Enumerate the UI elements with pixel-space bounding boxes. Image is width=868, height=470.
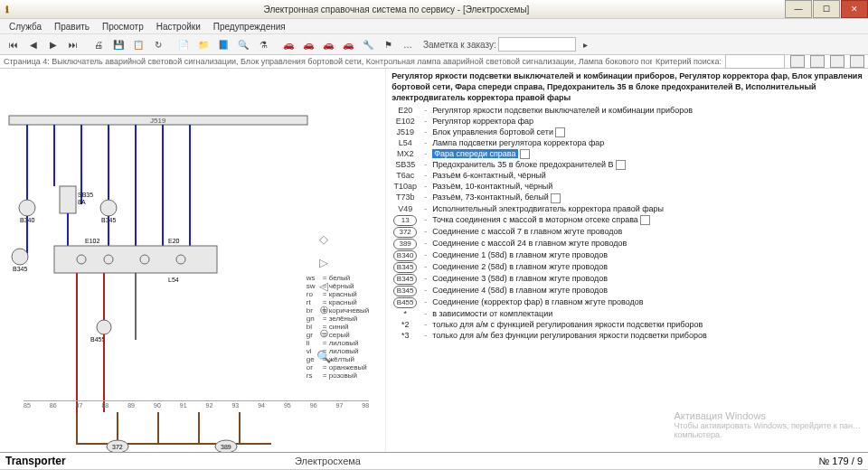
svg-text:B345: B345 [13, 266, 27, 272]
legend-header: Регулятор яркости подсветки выключателей… [392, 70, 863, 103]
svg-text:8A: 8A [78, 199, 86, 205]
legend-row[interactable]: T73b-Разъём, 73-контактный, белый [392, 192, 863, 202]
filter-icon[interactable]: ⚗ [253, 35, 273, 53]
svg-text:B455: B455 [90, 336, 105, 343]
diagram-svg: J519 SB358A B340 B345 B345 E102E20 L54 B… [0, 69, 391, 452]
legend-row[interactable]: B345-Соединение 3 (58d) в главном жгуте … [392, 273, 863, 285]
legend-row[interactable]: *-в зависимости от комплектации [392, 308, 863, 319]
car-blue-icon[interactable]: 🚗 [318, 35, 338, 53]
search-opt3-button[interactable] [830, 55, 844, 68]
toolbar: ⏮ ◀ ▶ ⏭ 🖨 💾 📋 ↻ 📄 📁 📘 🔍 ⚗ 🚗 🚗 🚗 🚗 🔧 ⚑ … … [0, 34, 868, 55]
search-label: Критерий поиска: [656, 57, 722, 66]
svg-text:389: 389 [221, 444, 231, 450]
legend-panel: Регулятор яркости подсветки выключателей… [386, 69, 868, 452]
save-icon[interactable]: 💾 [108, 35, 128, 53]
svg-point-7 [100, 200, 117, 216]
search-opt1-button[interactable] [790, 55, 805, 68]
search-opt4-button[interactable] [850, 55, 864, 68]
svg-point-19 [97, 320, 111, 334]
car-green-icon[interactable]: 🚗 [298, 35, 318, 53]
legend-row[interactable]: *2-только для а/м с функцией регулирован… [392, 319, 863, 330]
doc-icon[interactable]: 📄 [174, 35, 193, 53]
close-button[interactable]: ✕ [841, 0, 868, 18]
svg-text:E102: E102 [85, 238, 99, 244]
wrench-icon[interactable]: 🔧 [358, 35, 378, 53]
nav-last-icon[interactable]: ⏭ [63, 35, 83, 53]
book-icon[interactable]: 📘 [213, 35, 233, 53]
minimize-button[interactable]: — [785, 0, 812, 18]
legend-row[interactable]: MX2-Фара спереди справа [392, 148, 863, 159]
more-icon[interactable]: … [398, 35, 418, 53]
legend-row[interactable]: 372-Соединение с массой 7 в главном жгут… [392, 226, 863, 238]
menu-service[interactable]: Служба [4, 21, 47, 33]
legend-row[interactable]: SB35-Предохранитель 35 в блоке предохран… [392, 159, 863, 170]
menu-edit[interactable]: Править [49, 21, 95, 33]
svg-text:SB35: SB35 [78, 192, 93, 198]
wiring-diagram[interactable]: J519 SB358A B340 B345 B345 E102E20 L54 B… [0, 69, 386, 452]
legend-row[interactable]: T6ac-Разъём 6-контактный, чёрный [392, 170, 863, 181]
flag-icon[interactable]: ⚑ [378, 35, 398, 53]
legend-row[interactable]: E102-Регулятор корректора фар [392, 116, 863, 127]
copy-icon[interactable]: 📋 [128, 35, 148, 53]
search-input[interactable] [725, 54, 785, 69]
pan-right-icon[interactable]: ▷ [316, 255, 331, 269]
diagram-ruler: 8586878889909192939495969798 [24, 400, 369, 409]
car-red-icon[interactable]: 🚗 [278, 35, 298, 53]
legend-row[interactable]: 13-Точка соединения с массой в моторном … [392, 214, 863, 226]
legend-row[interactable]: B345-Соединение 4 (58d) в главном жгуте … [392, 285, 863, 296]
svg-text:E20: E20 [168, 238, 180, 244]
svg-point-5 [19, 200, 35, 216]
svg-rect-2 [60, 186, 76, 213]
svg-rect-11 [54, 246, 217, 273]
legend-row[interactable]: J519-Блок управления бортовой сети [392, 127, 863, 137]
legend-row[interactable]: T10ap-Разъём, 10-контактный, чёрный [392, 181, 863, 192]
order-go-icon[interactable]: ▸ [576, 35, 596, 53]
page-number: № 179 / 9 [819, 456, 863, 466]
svg-point-9 [12, 249, 28, 265]
legend-row[interactable]: B345-Соединение 2 (58d) в главном жгуте … [392, 261, 863, 273]
search-icon[interactable]: 🔍 [233, 35, 253, 53]
svg-text:372: 372 [112, 444, 123, 450]
vehicle-name: Transporter [5, 455, 66, 467]
legend-row[interactable]: L54-Лампа подсветки регулятора корректор… [392, 137, 863, 148]
page-description: Страница 4: Выключатель аварийной светов… [4, 57, 652, 66]
window-title: Электронная справочная система по сервис… [9, 5, 784, 14]
main-content: J519 SB358A B340 B345 B345 E102E20 L54 B… [0, 69, 868, 452]
car-cyan-icon[interactable]: 🚗 [338, 35, 358, 53]
order-input[interactable] [498, 37, 576, 52]
order-label: Заметка к заказу: [423, 40, 496, 50]
legend-row[interactable]: E20-Регулятор яркости подсветки выключат… [392, 105, 863, 116]
maximize-button[interactable]: ☐ [813, 0, 840, 18]
footer-bar: Transporter Электросхема № 179 / 9 [0, 452, 868, 469]
legend-row[interactable]: B340-Соединение 1 (58d) в главном жгуте … [392, 249, 863, 261]
legend-row[interactable]: 389-Соединение с массой 24 в главном жгу… [392, 238, 863, 249]
search-opt2-button[interactable] [810, 55, 825, 68]
print-icon[interactable]: 🖨 [89, 35, 108, 53]
menu-settings[interactable]: Настройки [151, 21, 206, 33]
menu-view[interactable]: Просмотр [97, 21, 149, 33]
zoom-fit-icon[interactable]: ◇ [316, 231, 331, 246]
nav-prev-icon[interactable]: ◀ [24, 35, 43, 53]
title-bar: ℹ Электронная справочная система по серв… [0, 0, 868, 19]
nav-first-icon[interactable]: ⏮ [4, 35, 24, 53]
legend-row[interactable]: *3-только для а/м без функции регулирова… [392, 330, 863, 341]
color-legend: ws= белыйsw= чёрныйro= красныйrt= красны… [307, 274, 369, 380]
menu-warnings[interactable]: Предупреждения [208, 21, 291, 33]
menu-bar: Служба Править Просмотр Настройки Предуп… [0, 19, 868, 34]
refresh-icon[interactable]: ↻ [148, 35, 168, 53]
legend-row[interactable]: V49-Исполнительный электродвигатель корр… [392, 203, 863, 214]
svg-text:L54: L54 [168, 277, 179, 283]
doc-type: Электросхема [295, 456, 361, 466]
svg-text:J519: J519 [150, 117, 166, 125]
info-bar: Страница 4: Выключатель аварийной светов… [0, 55, 868, 69]
legend-row[interactable]: B455-Соединение (корректор фар) в главно… [392, 296, 863, 308]
folder-icon[interactable]: 📁 [193, 35, 213, 53]
nav-next-icon[interactable]: ▶ [43, 35, 63, 53]
